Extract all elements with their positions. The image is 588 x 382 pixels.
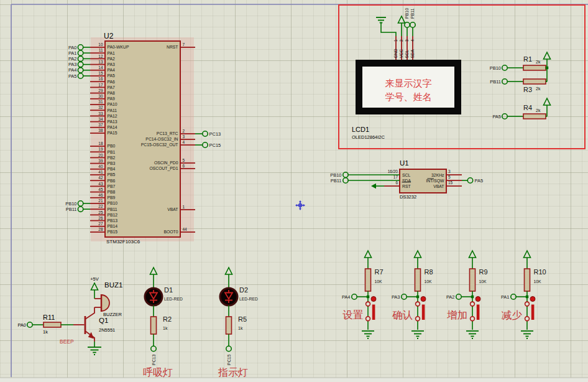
rtc-u1[interactable]: U1 DS3232 16/20SCLPB1017SDAPB116RST332KH… xyxy=(330,159,483,200)
pin-name: PA10 xyxy=(108,102,117,106)
pin-number: 37 xyxy=(98,123,103,127)
pin-name: PC14-OSC32_IN xyxy=(145,137,178,142)
terminal[interactable] xyxy=(78,45,83,50)
button-contact[interactable] xyxy=(525,317,530,321)
pin-name: PA12 xyxy=(108,114,117,118)
terminal[interactable] xyxy=(402,294,407,299)
terminal[interactable] xyxy=(405,22,410,27)
button-cap[interactable] xyxy=(371,297,376,302)
origin-tip xyxy=(295,204,297,207)
terminal[interactable] xyxy=(343,178,348,183)
resistor-body[interactable] xyxy=(523,114,546,119)
resistor-body[interactable] xyxy=(525,269,530,291)
button-cap[interactable] xyxy=(421,297,426,302)
pin-name: PA0-WKUP xyxy=(108,45,129,49)
schematic-canvas[interactable]: U2 STM32F103C6 10PA0-WKUPPA011PA1PA112PA… xyxy=(0,0,588,382)
button-plunger[interactable] xyxy=(422,305,425,320)
terminal[interactable] xyxy=(78,62,83,67)
origin-tip xyxy=(299,208,301,210)
resistor-body[interactable] xyxy=(415,269,421,291)
button-circuits[interactable]: R710KPA4设置R810KPA3确认R910KPA2增加R1010KPA1减… xyxy=(342,251,546,338)
terminal-label: PB11 xyxy=(490,79,501,85)
component-ref: LCD1 xyxy=(352,126,369,133)
component-part: LED-RED xyxy=(239,297,258,301)
terminal[interactable] xyxy=(27,322,32,327)
pin-name: PB2 xyxy=(108,156,116,160)
terminal[interactable] xyxy=(467,178,472,183)
terminal[interactable] xyxy=(502,65,507,70)
pin-number: 18 xyxy=(98,141,103,146)
terminal[interactable] xyxy=(343,172,348,177)
terminal[interactable] xyxy=(502,79,507,84)
terminal-label: PB10 xyxy=(65,201,76,207)
pin-name: PA11 xyxy=(108,108,117,113)
resistor-body[interactable] xyxy=(470,269,475,291)
resistor-body[interactable] xyxy=(523,65,546,70)
origin-tip xyxy=(299,200,301,202)
pin-number: 12 xyxy=(98,54,103,58)
power-arrow-icon xyxy=(544,52,551,59)
buzzer-body[interactable] xyxy=(101,295,109,311)
terminal[interactable] xyxy=(78,50,83,55)
pin-number: 11 xyxy=(99,48,103,52)
button-contact[interactable] xyxy=(416,302,420,306)
pin-name: PB4 xyxy=(108,167,116,171)
button-plunger[interactable] xyxy=(531,305,535,320)
terminal[interactable] xyxy=(456,294,461,299)
resistor-body[interactable] xyxy=(523,79,546,84)
pin-name: PB8 xyxy=(108,190,116,194)
terminal[interactable] xyxy=(203,131,208,136)
button-contact[interactable] xyxy=(471,317,475,321)
component-ref: D2 xyxy=(239,286,248,294)
button-contact[interactable] xyxy=(525,302,530,306)
resistor-body[interactable] xyxy=(151,317,157,334)
lcd1[interactable]: 来显示汉字 学号、姓名 LCD1 OLED12864I2C 1GND2VCC3S… xyxy=(352,8,461,140)
led-circuits[interactable]: D1LED-REDR21kPC13呼吸灯D2LED-REDR51kPC15指示灯 xyxy=(143,268,258,378)
terminal[interactable] xyxy=(151,346,156,351)
resistor-body[interactable] xyxy=(44,322,61,327)
terminal[interactable] xyxy=(78,56,83,61)
component-ref: R1 xyxy=(523,55,532,63)
component-value: 1k xyxy=(238,326,243,330)
terminal[interactable] xyxy=(78,201,83,206)
pin-name: PA6 xyxy=(108,80,116,84)
button-cap[interactable] xyxy=(530,297,535,302)
button-contact[interactable] xyxy=(471,302,475,306)
mcu-u2[interactable]: U2 STM32F103C6 10PA0-WKUPPA011PA1PA112PA… xyxy=(65,32,221,245)
pin-number: 4 xyxy=(183,140,185,144)
net-label: BEEP xyxy=(60,338,74,345)
component-ref: BUZ1 xyxy=(104,281,122,289)
button-function-label: 设置 xyxy=(342,309,364,320)
terminal[interactable] xyxy=(502,114,507,119)
terminal[interactable] xyxy=(352,294,357,299)
terminal-label: PA5 xyxy=(68,73,77,79)
terminal[interactable] xyxy=(226,346,231,351)
button-plunger[interactable] xyxy=(372,305,375,320)
button-plunger[interactable] xyxy=(477,305,480,320)
button-contact[interactable] xyxy=(366,302,370,306)
resistor-body[interactable] xyxy=(365,269,371,291)
terminal[interactable] xyxy=(511,294,516,299)
resistor-body[interactable] xyxy=(226,317,232,334)
pin-number: 34 xyxy=(98,117,103,121)
terminal[interactable] xyxy=(78,73,83,78)
net-label: PB10 xyxy=(405,8,409,19)
button-cap[interactable] xyxy=(475,297,480,302)
terminal[interactable] xyxy=(203,142,208,147)
pin-number: 31 xyxy=(98,100,103,104)
pin-name: PA4 xyxy=(108,68,116,72)
pin-number: 14 xyxy=(98,65,103,70)
terminal-label: PA5 xyxy=(492,114,501,119)
pin-number: 15 xyxy=(448,180,453,185)
button-contact[interactable] xyxy=(366,317,370,321)
component-ref: R7 xyxy=(375,268,384,276)
buzzer-circuit[interactable]: +5V BUZ1 BUZZER PA0 R11 1k BEEP Q1 2N555… xyxy=(17,276,122,355)
pin-name: PA8 xyxy=(108,91,116,95)
pin-number: 10 xyxy=(98,42,103,47)
terminal[interactable] xyxy=(410,22,415,27)
terminal[interactable] xyxy=(78,207,83,212)
terminal[interactable] xyxy=(78,68,83,73)
pullup-resistors[interactable]: PB10R12kPB11R32kPA5R42k xyxy=(490,52,551,119)
button-contact[interactable] xyxy=(416,317,420,321)
pin-number: 17 xyxy=(98,83,103,87)
